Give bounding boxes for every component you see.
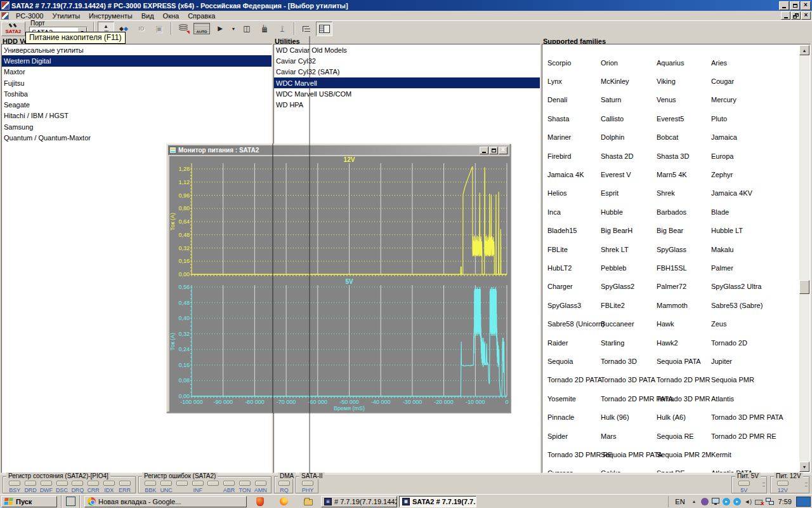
spin-marks[interactable]: – – bbox=[763, 481, 765, 487]
family-item[interactable]: Spart RE bbox=[657, 464, 711, 473]
family-item[interactable]: Raider bbox=[547, 333, 601, 352]
family-item[interactable]: Gekko bbox=[601, 464, 657, 473]
family-item[interactable]: Sequoia PATA bbox=[657, 352, 711, 370]
family-item[interactable]: Venus bbox=[657, 91, 711, 109]
com-port-button[interactable]: ○⊥ bbox=[274, 22, 291, 36]
spin-marks[interactable]: – – bbox=[805, 481, 808, 487]
vendor-list-item[interactable]: Samsung bbox=[2, 121, 272, 132]
network-icon[interactable] bbox=[766, 497, 774, 505]
printer-error-icon[interactable] bbox=[755, 497, 763, 505]
family-item[interactable]: Shasta 3D bbox=[657, 147, 711, 165]
family-item[interactable]: Tornado 3D bbox=[601, 352, 657, 370]
family-item[interactable]: Aquarius bbox=[657, 53, 711, 72]
family-item[interactable]: Europa bbox=[711, 147, 799, 165]
registers-button[interactable]: 1↓▦ bbox=[256, 22, 273, 36]
family-item[interactable]: Kermit bbox=[711, 445, 799, 464]
family-item[interactable]: Zephyr bbox=[711, 165, 799, 184]
taskbar-button[interactable]: ≣# 7.7.19(7.7.19.14424)... bbox=[321, 496, 397, 507]
family-item[interactable]: Tornado 2D PMR RE bbox=[711, 427, 799, 445]
family-item[interactable]: Makalu bbox=[711, 240, 799, 258]
utility-list-item[interactable]: Caviar Cyl32 bbox=[274, 55, 540, 66]
menu-item-утилиты[interactable]: Утилиты bbox=[48, 11, 84, 20]
family-item[interactable]: Buccaneer bbox=[601, 314, 657, 333]
family-item[interactable]: Dolphin bbox=[601, 128, 657, 147]
mdi-minimize-button[interactable] bbox=[781, 11, 790, 20]
power-monitor-title-bar[interactable]: Монитор питания : SATA2 × bbox=[168, 145, 509, 155]
family-item[interactable]: Tornado 2D PMR bbox=[657, 371, 711, 389]
family-item[interactable]: Esprit bbox=[601, 184, 657, 203]
family-item[interactable]: SpyGlass2 bbox=[601, 277, 657, 296]
family-item[interactable]: Everest V bbox=[601, 165, 657, 184]
family-item[interactable]: SpyGlass bbox=[657, 240, 711, 258]
vendor-list-item[interactable]: Seagate bbox=[2, 99, 272, 110]
scroll-up-icon[interactable]: ▲ bbox=[799, 45, 809, 55]
family-item[interactable]: Firebird bbox=[547, 147, 601, 165]
menu-item-справка[interactable]: Справка bbox=[183, 11, 219, 20]
main-title-bar[interactable]: SATA2 # 7.7.19(7.7.19.14424) # PC-3000 E… bbox=[0, 0, 812, 11]
start-button[interactable]: Пуск bbox=[1, 496, 57, 507]
utility-list-item[interactable]: WDC Marvell USB/COM bbox=[274, 88, 540, 99]
family-item[interactable]: Everest5 bbox=[657, 109, 711, 128]
family-item[interactable]: Zeus bbox=[711, 314, 799, 333]
utility-list-item[interactable]: WD HPA bbox=[274, 99, 540, 110]
family-item[interactable]: Atlantis bbox=[711, 389, 799, 408]
family-item[interactable]: Tornado 3D PMR RE bbox=[547, 445, 601, 464]
family-item[interactable]: Mammoth bbox=[657, 296, 711, 314]
family-item[interactable]: Sequoia bbox=[547, 352, 601, 370]
family-item[interactable]: Hulk (96) bbox=[601, 408, 657, 426]
database-button[interactable] bbox=[175, 22, 192, 36]
family-item[interactable]: Hawk bbox=[657, 314, 711, 333]
family-item[interactable]: Hubble LT bbox=[711, 222, 799, 240]
quick-launch-icon[interactable] bbox=[66, 497, 75, 506]
family-item[interactable]: Sequoia RE bbox=[657, 427, 711, 445]
vendor-list-item[interactable]: Hitachi / IBM / HGST bbox=[2, 110, 272, 121]
family-item[interactable]: FBLite bbox=[547, 240, 601, 258]
family-item[interactable]: Sequoia PMR 2M bbox=[657, 445, 711, 464]
menu-item-вид[interactable]: Вид bbox=[137, 11, 159, 20]
panels-view-button[interactable] bbox=[316, 22, 332, 36]
shield-icon[interactable] bbox=[255, 497, 265, 506]
family-item[interactable]: Denali bbox=[547, 91, 601, 109]
vendor-list-item[interactable]: Western Digital bbox=[2, 55, 272, 66]
scroll-down-icon[interactable]: ▼ bbox=[799, 462, 809, 472]
close-button[interactable]: × bbox=[801, 1, 811, 10]
family-item[interactable]: Barbados bbox=[657, 203, 711, 221]
family-item[interactable]: FBLite2 bbox=[601, 296, 657, 314]
menu-item-pc-3000[interactable]: PC-3000 bbox=[11, 11, 48, 20]
family-item[interactable]: Sabre53 (Sabre) bbox=[711, 296, 799, 314]
family-item[interactable]: Mars bbox=[601, 427, 657, 445]
family-item[interactable]: Shasta bbox=[547, 109, 601, 128]
family-item[interactable]: Charger bbox=[547, 277, 601, 296]
family-item[interactable]: Orion bbox=[601, 53, 657, 72]
menu-item-инструменты[interactable]: Инструменты bbox=[84, 11, 137, 20]
drive-power-button[interactable]: SATA2 bbox=[1, 22, 25, 36]
taskbar-button[interactable]: ≣SATA2 # 7.7.19(7.7.1... bbox=[399, 496, 476, 507]
scrollbar-thumb[interactable] bbox=[799, 280, 809, 294]
family-item[interactable]: Mercury bbox=[711, 91, 799, 109]
family-item[interactable]: Helios bbox=[547, 184, 601, 203]
family-item[interactable]: Sabre58 (Unicorn) bbox=[547, 314, 601, 333]
telegram-icon[interactable]: ▸ bbox=[733, 497, 742, 505]
family-item[interactable]: Sequoia PMR PATA bbox=[601, 445, 657, 464]
vendor-list-item[interactable]: Универсальные утилиты bbox=[2, 44, 272, 55]
family-item[interactable]: Hubble bbox=[601, 203, 657, 221]
pm-maximize-button[interactable] bbox=[489, 147, 498, 154]
family-item[interactable]: Big BearH bbox=[601, 222, 657, 240]
family-item[interactable]: Blade bbox=[711, 203, 799, 221]
viber-icon[interactable] bbox=[701, 497, 709, 505]
menu-item-окна[interactable]: Окна bbox=[159, 11, 184, 20]
family-item[interactable]: Big Bear bbox=[657, 222, 711, 240]
family-item[interactable]: Tornado 3D PMR PATA bbox=[711, 408, 799, 426]
family-item[interactable]: Mariner bbox=[547, 128, 601, 147]
drive-passport-button[interactable]: ▣ bbox=[151, 22, 167, 36]
family-item[interactable]: Palmer72 bbox=[657, 277, 711, 296]
folder-icon[interactable] bbox=[303, 497, 313, 506]
family-item[interactable]: Tornado 2D bbox=[711, 333, 799, 352]
display-settings-icon[interactable] bbox=[712, 497, 720, 505]
taskbar-clock[interactable]: 7:59 bbox=[776, 498, 794, 505]
family-item[interactable]: Atlantis PATA bbox=[711, 464, 799, 473]
tree-view-button[interactable] bbox=[298, 22, 315, 36]
family-item[interactable]: FBH15SL bbox=[657, 258, 711, 277]
family-item[interactable]: Saturn bbox=[601, 91, 657, 109]
family-item[interactable]: Bobcat bbox=[657, 128, 711, 147]
